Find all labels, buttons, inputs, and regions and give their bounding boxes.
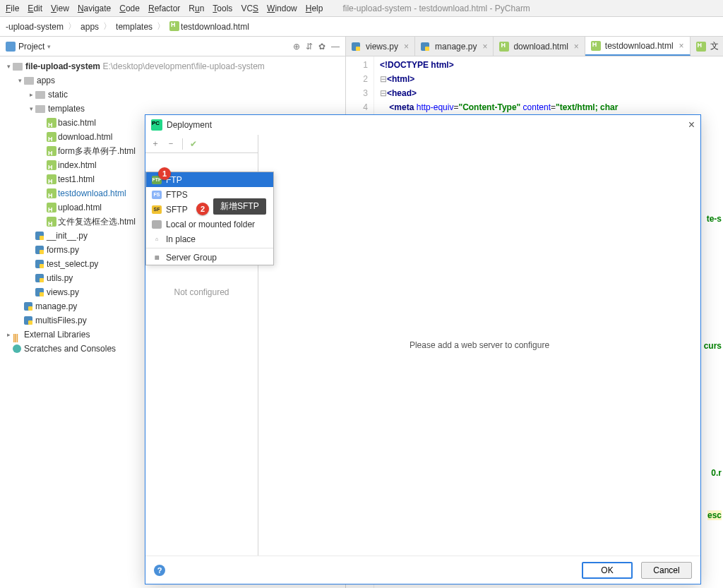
separator (146, 248, 273, 248)
ok-button[interactable]: OK (582, 562, 633, 579)
folder-icon (35, 105, 45, 113)
popup-item-group[interactable]: ▤Server Group (146, 250, 273, 265)
scratches-icon (13, 344, 21, 353)
settings-gear-icon[interactable]: ✿ (318, 42, 325, 52)
html-file-icon (47, 217, 56, 227)
cancel-button[interactable]: Cancel (641, 562, 692, 579)
menu-vcs[interactable]: VCS (241, 4, 258, 13)
html-file-icon (47, 160, 56, 170)
annotation-tooltip: 新增SFTP (213, 198, 266, 215)
popup-item-inplace[interactable]: ⌂In place (146, 232, 273, 246)
crumb-file[interactable]: testdownload.html (169, 21, 249, 32)
html-file-icon (47, 188, 56, 198)
help-icon[interactable]: ? (154, 565, 165, 576)
folder-icon (35, 91, 45, 99)
tab-download[interactable]: download.html× (494, 37, 585, 56)
html-file-icon (696, 42, 706, 52)
python-file-icon (35, 288, 44, 296)
project-tool-icon (6, 42, 16, 52)
dialog-title-text: Deployment (167, 120, 212, 130)
folder-icon (13, 63, 23, 71)
chevron-down-icon: ▾ (47, 43, 51, 50)
python-file-icon (24, 316, 32, 325)
pycharm-icon (151, 119, 162, 131)
set-default-button[interactable]: ✔ (190, 139, 197, 149)
python-file-icon (352, 42, 360, 51)
html-file-icon (47, 132, 56, 142)
collapse-all-icon[interactable]: ⇵ (306, 42, 313, 52)
annotation-badge-1: 1 (158, 167, 171, 180)
server-toolbar: ＋ － ✔ (145, 135, 258, 153)
crumb-root[interactable]: -upload-system (6, 22, 64, 32)
folder-icon (24, 77, 34, 85)
tree-static[interactable]: ▸static (0, 88, 345, 102)
library-icon (13, 330, 21, 339)
config-placeholder: Please add a web server to configure (258, 135, 700, 556)
tree-root[interactable]: ▾file-upload-system E:\desktop\developme… (0, 59, 345, 73)
server-group-icon: ▤ (152, 253, 162, 262)
hide-icon[interactable]: — (331, 42, 340, 52)
menu-run[interactable]: Run (189, 4, 204, 13)
popup-item-local[interactable]: Local or mounted folder (146, 217, 273, 232)
html-file-icon (591, 41, 601, 51)
close-icon[interactable]: × (404, 42, 409, 52)
python-file-icon (421, 42, 429, 51)
chevron-right-icon: 〉 (157, 20, 165, 32)
python-file-icon (35, 260, 44, 268)
python-file-icon (35, 232, 44, 240)
menu-refactor[interactable]: Refactor (148, 4, 180, 13)
sidebar-header: Project ▾ ⊕ ⇵ ✿ — (0, 37, 345, 56)
editor-tabs: views.py× manage.py× download.html× test… (346, 37, 723, 56)
menu-code[interactable]: Code (119, 4, 140, 13)
python-file-icon (35, 246, 44, 254)
menu-navigate[interactable]: Navigate (78, 4, 111, 13)
chevron-right-icon: 〉 (68, 20, 76, 32)
sftp-icon: SF (152, 205, 162, 214)
menu-bar: File Edit View Navigate Code Refactor Ru… (0, 0, 723, 17)
add-server-popup: FTPFTP FSFTPS SFSFTP Local or mounted fo… (145, 172, 274, 265)
locate-icon[interactable]: ⊕ (293, 42, 300, 52)
tree-templates[interactable]: ▾templates (0, 102, 345, 116)
dialog-footer: ? OK Cancel (145, 556, 700, 584)
dialog-titlebar: Deployment × (145, 115, 700, 135)
crumb-templates[interactable]: templates (116, 22, 153, 32)
project-dropdown[interactable]: Project ▾ (6, 42, 51, 52)
crumb-apps[interactable]: apps (80, 22, 99, 32)
python-file-icon (24, 302, 32, 311)
window-title: file-upload-system - testdownload.html -… (342, 4, 530, 13)
menu-tools[interactable]: Tools (213, 4, 232, 13)
remove-server-button[interactable]: － (167, 138, 175, 150)
html-file-icon (169, 21, 179, 31)
tab-manage[interactable]: manage.py× (415, 37, 494, 56)
html-file-icon (47, 203, 56, 212)
close-icon[interactable]: × (679, 41, 684, 51)
menu-help[interactable]: Help (306, 4, 323, 13)
menu-edit[interactable]: Edit (28, 4, 42, 13)
tab-testdownload[interactable]: testdownload.html× (585, 37, 691, 56)
html-file-icon (499, 42, 509, 52)
close-icon[interactable]: × (574, 42, 579, 52)
menu-file[interactable]: File (6, 4, 19, 13)
ftps-icon: FS (152, 191, 162, 199)
close-icon[interactable]: × (688, 119, 695, 131)
html-file-icon (47, 174, 56, 184)
home-icon: ⌂ (152, 235, 162, 244)
local-folder-icon (152, 220, 162, 229)
tree-apps[interactable]: ▾apps (0, 73, 345, 88)
html-file-icon (47, 118, 56, 128)
chevron-right-icon: 〉 (103, 20, 112, 32)
breadcrumb: -upload-system 〉 apps 〉 templates 〉 test… (0, 17, 723, 37)
tab-truncated[interactable]: 文 (691, 37, 723, 56)
separator (182, 138, 183, 150)
tab-views[interactable]: views.py× (346, 37, 415, 56)
deployment-dialog: Deployment × ＋ － ✔ Not configured Please… (145, 114, 701, 584)
menu-window[interactable]: Window (267, 4, 297, 13)
close-icon[interactable]: × (482, 42, 487, 52)
menu-view[interactable]: View (51, 4, 69, 13)
html-file-icon (47, 146, 56, 156)
add-server-button[interactable]: ＋ (151, 138, 160, 150)
python-file-icon (35, 274, 44, 282)
annotation-badge-2: 2 (196, 203, 209, 215)
